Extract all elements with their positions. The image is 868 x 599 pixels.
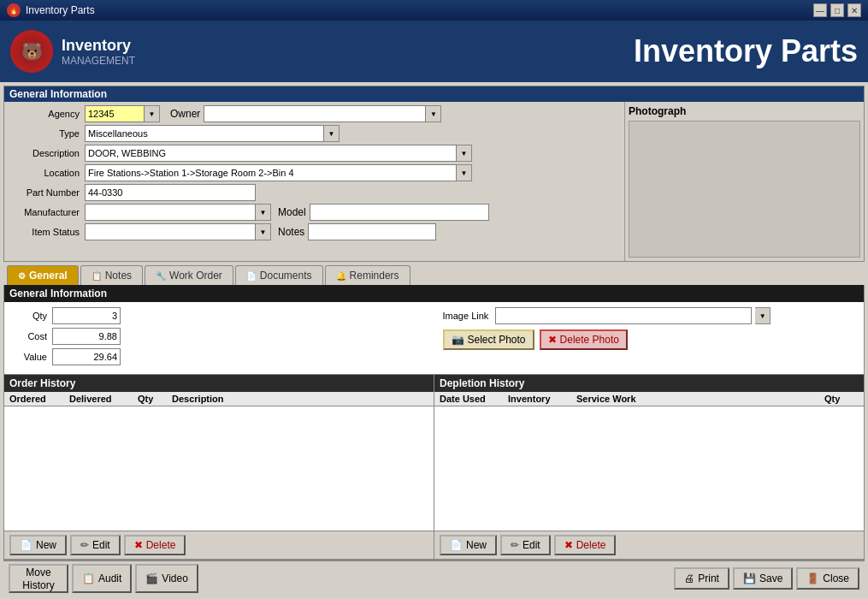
notes-input[interactable] [308,223,436,240]
window-title: Inventory Parts [26,4,95,16]
app-logo: 🐻 [10,30,53,73]
depletion-history-header: Depletion History [434,375,864,392]
order-edit-button[interactable]: ✏ Edit [70,535,121,555]
order-delete-label: Delete [146,539,176,551]
owner-dropdown-btn[interactable]: ▼ [426,105,441,122]
general-tab-right: Image Link ▼ 📷 Select Photo ✖ Delete Pho… [443,307,859,369]
col-inventory: Inventory [508,394,576,404]
item-status-dropdown-btn[interactable]: ▼ [256,223,271,240]
bottom-bar: Move History 📋 Audit 🎬 Video 🖨 Print 💾 S… [3,560,865,596]
general-tab-icon: ⚙ [18,271,26,281]
item-status-input[interactable] [85,223,256,240]
image-link-dropdown-btn[interactable]: ▼ [755,307,771,324]
manufacturer-input[interactable] [85,204,256,221]
print-label: Print [698,572,719,584]
new-icon: 📄 [20,539,32,551]
agency-dropdown-btn[interactable]: ▼ [145,105,160,122]
close-button-bottom[interactable]: 🚪 Close [796,567,859,590]
manufacturer-dropdown-btn[interactable]: ▼ [256,204,271,221]
model-input[interactable] [310,204,489,221]
photograph-label: Photograph [629,105,860,117]
general-info-header: General Information [4,86,864,102]
main-content: General Information Agency ▼ Owner ▼ Typ… [0,82,868,599]
qty-input[interactable] [52,307,121,324]
col-ordered: Ordered [9,394,69,404]
photo-area [629,121,860,258]
type-input[interactable] [85,125,324,142]
tab-documents[interactable]: 📄 Documents [235,265,323,285]
tab-work-order[interactable]: 🔧 Work Order [145,265,233,285]
part-number-label: Part Number [8,187,85,198]
audit-button[interactable]: 📋 Audit [72,564,132,593]
type-dropdown-btn[interactable]: ▼ [324,125,340,142]
photograph-panel: Photograph [624,102,864,261]
title-bar-controls[interactable]: — □ ✕ [813,3,861,17]
depletion-edit-label: Edit [523,539,540,551]
order-history-columns: Ordered Delivered Qty Description [4,392,434,406]
app-header-left: 🐻 Inventory MANAGEMENT [10,30,135,73]
tab-reminders[interactable]: 🔔 Reminders [325,265,410,285]
edit-icon: ✏ [80,539,89,551]
cost-input[interactable] [52,328,121,345]
image-link-row: Image Link ▼ [443,307,859,324]
save-button[interactable]: 💾 Save [733,567,793,590]
close-label: Close [823,572,849,584]
part-number-input[interactable] [85,184,256,201]
delete-photo-label: Delete Photo [560,334,619,346]
location-input[interactable] [85,164,457,181]
depletion-history-buttons: 📄 New ✏ Edit ✖ Delete [434,531,864,559]
image-link-input[interactable] [495,307,752,324]
agency-label: Agency [8,109,85,119]
location-dropdown-btn[interactable]: ▼ [457,164,472,181]
delete-photo-button[interactable]: ✖ Delete Photo [540,329,628,350]
save-icon: 💾 [743,572,756,584]
depletion-delete-label: Delete [576,539,606,551]
maximize-button[interactable]: □ [830,3,844,17]
agency-owner-row: Agency ▼ Owner ▼ [8,105,621,122]
audit-label: Audit [98,572,121,584]
order-new-button[interactable]: 📄 New [9,535,67,555]
video-icon: 🎬 [145,572,158,584]
order-history-body [4,406,434,531]
type-row: Type ▼ [8,125,621,142]
depletion-edit-button[interactable]: ✏ Edit [500,535,551,555]
move-history-line2: History [22,579,54,591]
history-panels: Order History Ordered Delivered Qty Desc… [4,374,864,559]
description-row: Description ▼ [8,145,621,162]
order-history-panel: Order History Ordered Delivered Qty Desc… [4,375,434,559]
col-service-work: Service Work [576,394,824,404]
bottom-bar-right: 🖨 Print 💾 Save 🚪 Close [674,567,859,590]
depletion-new-icon: 📄 [450,539,463,551]
description-label: Description [8,148,85,158]
value-input[interactable] [52,348,121,365]
depletion-history-panel: Depletion History Date Used Inventory Se… [434,375,864,559]
tabs-row: ⚙ General 📋 Notes 🔧 Work Order 📄 Documen… [3,262,865,285]
col-qty: Qty [138,394,172,404]
depletion-new-button[interactable]: 📄 New [440,535,497,555]
order-delete-button[interactable]: ✖ Delete [124,535,186,555]
print-button[interactable]: 🖨 Print [674,567,729,590]
tab-general[interactable]: ⚙ General [7,265,79,285]
col-delivered: Delivered [69,394,138,404]
general-info-panel: General Information Agency ▼ Owner ▼ Typ… [3,86,865,262]
title-bar: 🔥 Inventory Parts — □ ✕ [0,0,868,21]
location-row: Location ▼ [8,164,621,181]
tab-work-order-label: Work Order [169,270,222,282]
depletion-delete-button[interactable]: ✖ Delete [554,535,617,555]
bottom-bar-left: Move History 📋 Audit 🎬 Video [9,564,198,593]
documents-tab-icon: 📄 [246,271,257,281]
cost-row: Cost [9,328,426,345]
tab-notes[interactable]: 📋 Notes [80,265,143,285]
close-button[interactable]: ✕ [847,3,861,17]
app-title: Inventory MANAGEMENT [62,37,135,67]
owner-input[interactable] [204,105,426,122]
order-edit-label: Edit [92,539,110,551]
agency-input[interactable] [85,105,145,122]
description-input[interactable] [85,145,457,162]
video-button[interactable]: 🎬 Video [135,564,198,593]
select-photo-button[interactable]: 📷 Select Photo [443,329,534,350]
description-dropdown-btn[interactable]: ▼ [457,145,472,162]
move-history-button[interactable]: Move History [9,564,68,593]
minimize-button[interactable]: — [813,3,827,17]
location-label: Location [8,168,85,178]
